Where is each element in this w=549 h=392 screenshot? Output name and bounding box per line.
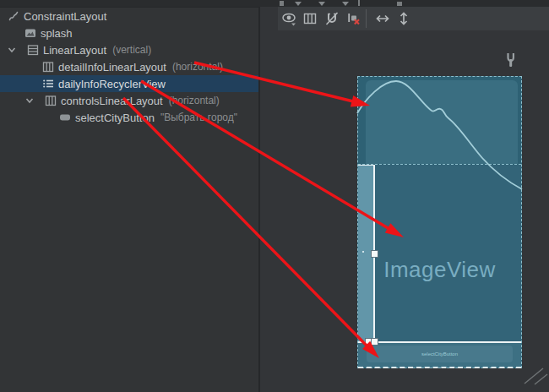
tree-item-controlslinearlayout[interactable]: controlsLinearLayout (horizontal) [0, 92, 258, 109]
tree-item-linearlayout[interactable]: LinearLayout (vertical) [0, 41, 258, 58]
tree-item-label: controlsLinearLayout [61, 95, 163, 107]
tree-item-splash[interactable]: splash [0, 24, 258, 41]
detailinfo-section[interactable] [366, 80, 518, 164]
component-tree-panel: ConstraintLayout splash LinearLayout (ve… [0, 8, 258, 392]
selection-dot [362, 251, 364, 253]
expand-chevron-icon[interactable] [24, 95, 44, 106]
design-surface: ImageView selectCityButton [260, 7, 549, 392]
tree-item-constraintlayout[interactable]: ConstraintLayout [0, 8, 258, 24]
layout-editor-window: ConstraintLayout splash LinearLayout (ve… [0, 0, 549, 392]
design-toolbar [278, 7, 549, 30]
tree-item-label: splash [41, 27, 73, 40]
device-preview[interactable]: ImageView selectCityButton [357, 76, 522, 368]
tree-item-hint: (vertical) [112, 44, 151, 56]
controls-section[interactable]: selectCityButton [358, 343, 521, 368]
clipped-dropdown-caret [295, 2, 302, 6]
orient-vertical-icon[interactable] [395, 10, 412, 27]
selection-handle-bottom-right[interactable] [371, 338, 378, 346]
view-options-icon[interactable] [281, 10, 298, 27]
selectcity-button-preview[interactable]: selectCityButton [367, 346, 513, 362]
tree-item-text-attr: "Выбрать город" [160, 112, 237, 123]
tree-item-label: ConstraintLayout [24, 10, 106, 23]
imageview-icon [24, 26, 37, 40]
imageview-region[interactable] [358, 165, 521, 343]
selectcity-button-label: selectCityButton [421, 351, 458, 357]
tree-item-dailyinforecyclerview[interactable]: dailyInfoRecyclerView [0, 75, 258, 92]
tree-item-hint: (horizontal) [169, 95, 220, 106]
tree-item-label: dailyInfoRecyclerView [58, 78, 166, 90]
tree-item-detailinfolinearlayout[interactable]: detailInfoLinearLayout (horizontal) [0, 58, 258, 75]
imageview-label: ImageView [358, 257, 521, 283]
recyclerview-icon [41, 77, 55, 90]
linearlayout-horizontal-icon [44, 94, 57, 107]
constraintlayout-icon [7, 9, 20, 23]
tree-item-hint: (horizontal) [172, 61, 223, 73]
selection-handle-right-mid[interactable] [371, 250, 378, 258]
autoconnect-disabled-icon[interactable] [323, 10, 340, 27]
selection-marching-ants [358, 367, 521, 368]
tree-item-label: detailInfoLinearLayout [58, 61, 166, 74]
expand-chevron-icon[interactable] [7, 45, 26, 55]
clipped-dropdown-caret [318, 2, 325, 6]
tree-item-label: selectCityButton [75, 112, 155, 124]
linearlayout-vertical-icon [26, 43, 40, 57]
linearlayout-horizontal-icon [41, 60, 55, 74]
tree-item-selectcitybutton[interactable]: selectCityButton "Выбрать город" [0, 109, 258, 126]
blueprint-surface-icon[interactable] [302, 10, 318, 27]
orient-horizontal-icon[interactable] [374, 10, 391, 27]
toolbar-separator [366, 9, 367, 28]
tree-item-label: LinearLayout [43, 44, 106, 57]
clear-all-constraints-icon[interactable] [345, 10, 362, 27]
clipped-icon-fragment [280, 1, 284, 6]
clipped-dropdown-caret [342, 2, 349, 6]
button-icon [58, 111, 72, 124]
clipped-icon-fragment [397, 2, 402, 6]
clipped-separator-fragment [358, 0, 360, 6]
